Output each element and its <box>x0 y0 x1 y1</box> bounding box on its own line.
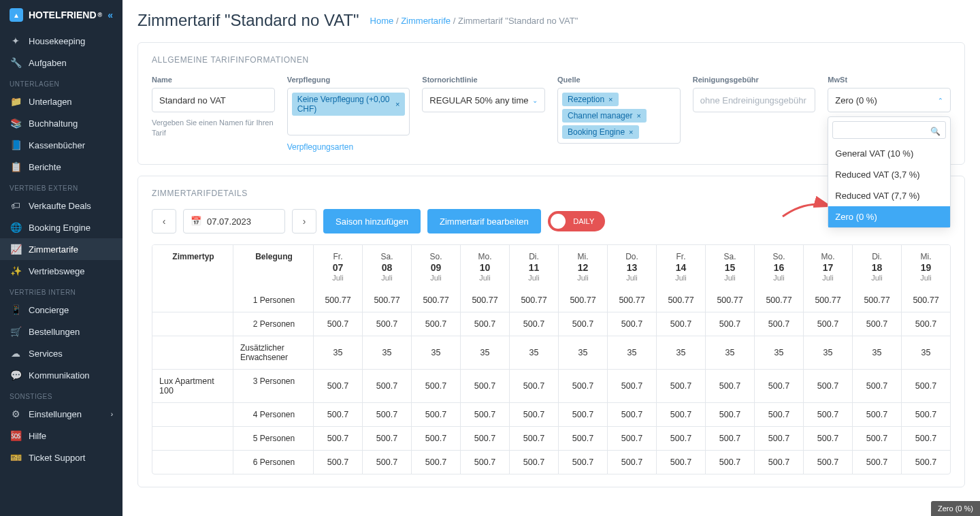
source-tag[interactable]: Rezeption× <box>562 93 618 106</box>
cell-price[interactable]: 500.7 <box>509 312 558 336</box>
cell-price[interactable]: 500.7 <box>852 370 901 402</box>
cell-price[interactable]: 500.77 <box>411 289 460 312</box>
cell-price[interactable]: 35 <box>705 336 754 369</box>
cell-price[interactable]: 35 <box>607 336 656 369</box>
source-tagbox[interactable]: Rezeption×Channel manager×Booking Engine… <box>557 88 681 144</box>
cell-price[interactable]: 500.7 <box>558 451 607 474</box>
cell-price[interactable]: 500.77 <box>362 289 411 312</box>
sidebar-item[interactable]: 🛒Bestellungen <box>0 321 122 342</box>
cell-price[interactable]: 500.7 <box>656 403 705 426</box>
cell-price[interactable]: 500.7 <box>705 370 754 402</box>
cell-price[interactable]: 500.7 <box>411 403 460 426</box>
close-icon[interactable]: × <box>636 112 640 120</box>
source-tag[interactable]: Channel manager× <box>562 109 647 123</box>
cell-price[interactable]: 35 <box>313 336 362 369</box>
cell-price[interactable]: 500.7 <box>362 427 411 450</box>
cell-price[interactable]: 500.7 <box>313 312 362 336</box>
cell-price[interactable]: 500.7 <box>803 451 852 474</box>
cell-price[interactable]: 500.7 <box>509 427 558 450</box>
cell-price[interactable]: 500.7 <box>509 403 558 426</box>
cell-price[interactable]: 500.7 <box>754 427 803 450</box>
cell-price[interactable]: 35 <box>901 336 950 369</box>
cell-price[interactable]: 500.7 <box>558 403 607 426</box>
cell-price[interactable]: 35 <box>754 336 803 369</box>
cell-price[interactable]: 500.7 <box>558 427 607 450</box>
cell-price[interactable]: 500.7 <box>411 427 460 450</box>
sidebar-item[interactable]: 📁Unterlagen <box>0 91 122 112</box>
cell-price[interactable]: 35 <box>558 336 607 369</box>
cell-price[interactable]: 35 <box>656 336 705 369</box>
cell-price[interactable]: 500.7 <box>852 403 901 426</box>
input-name[interactable] <box>152 88 275 112</box>
cell-price[interactable]: 500.7 <box>705 403 754 426</box>
cell-price[interactable]: 35 <box>803 336 852 369</box>
cell-price[interactable]: 500.7 <box>803 370 852 402</box>
cell-price[interactable]: 500.7 <box>509 451 558 474</box>
cell-price[interactable]: 500.7 <box>509 370 558 402</box>
cell-price[interactable]: 500.77 <box>656 289 705 312</box>
close-icon[interactable]: × <box>395 100 399 108</box>
close-icon[interactable]: × <box>608 95 612 103</box>
cell-price[interactable]: 500.7 <box>901 370 950 402</box>
cell-price[interactable]: 500.7 <box>313 427 362 450</box>
cell-price[interactable]: 35 <box>852 336 901 369</box>
next-button[interactable]: › <box>292 209 316 233</box>
cell-price[interactable]: 500.7 <box>558 312 607 336</box>
sidebar-item[interactable]: ✨Vertriebswege <box>0 260 122 282</box>
cell-price[interactable]: 500.7 <box>460 427 509 450</box>
sidebar-item[interactable]: 📋Berichte <box>0 156 122 178</box>
cell-price[interactable]: 500.7 <box>803 427 852 450</box>
cell-price[interactable]: 500.7 <box>656 370 705 402</box>
cell-price[interactable]: 500.77 <box>803 289 852 312</box>
cell-price[interactable]: 500.7 <box>852 312 901 336</box>
sidebar-item[interactable]: 📈Zimmertarife <box>0 238 122 260</box>
sidebar-item[interactable]: 📘Kassenbücher <box>0 134 122 156</box>
cell-price[interactable]: 500.7 <box>313 403 362 426</box>
cell-price[interactable]: 500.7 <box>460 403 509 426</box>
daily-toggle[interactable]: DAILY <box>548 211 605 231</box>
cell-price[interactable]: 500.7 <box>313 451 362 474</box>
breadcrumb-l1[interactable]: Zimmertarife <box>401 16 451 26</box>
cell-price[interactable]: 500.7 <box>362 312 411 336</box>
cell-price[interactable]: 500.77 <box>705 289 754 312</box>
cell-price[interactable]: 500.77 <box>607 289 656 312</box>
cell-price[interactable]: 500.7 <box>705 312 754 336</box>
sidebar-item[interactable]: 📚Buchhaltung <box>0 112 122 134</box>
cell-price[interactable]: 500.7 <box>852 451 901 474</box>
cell-price[interactable]: 500.77 <box>901 289 950 312</box>
cell-price[interactable]: 35 <box>509 336 558 369</box>
cell-price[interactable]: 500.7 <box>411 451 460 474</box>
cell-price[interactable]: 500.7 <box>607 403 656 426</box>
add-season-button[interactable]: Saison hinzufügen <box>323 209 421 233</box>
edit-rate-button[interactable]: Zimmertarif bearbeiten <box>427 209 541 233</box>
cell-price[interactable]: 500.77 <box>460 289 509 312</box>
cell-price[interactable]: 500.7 <box>411 370 460 402</box>
close-icon[interactable]: × <box>629 128 633 136</box>
cell-price[interactable]: 500.7 <box>656 312 705 336</box>
cell-price[interactable]: 500.7 <box>803 312 852 336</box>
cell-price[interactable]: 35 <box>460 336 509 369</box>
date-input[interactable]: 📅 07.07.2023 <box>183 209 285 233</box>
sidebar-item[interactable]: 📱Concierge <box>0 299 122 321</box>
cell-price[interactable]: 500.7 <box>705 451 754 474</box>
cell-price[interactable]: 500.7 <box>656 427 705 450</box>
sidebar-item[interactable]: 🏷Verkaufte Deals <box>0 195 122 216</box>
cell-price[interactable]: 500.7 <box>852 427 901 450</box>
cell-price[interactable]: 500.7 <box>607 370 656 402</box>
sidebar-item[interactable]: ✦Housekeeping <box>0 30 122 52</box>
cell-price[interactable]: 500.7 <box>313 370 362 402</box>
cell-price[interactable]: 500.7 <box>362 451 411 474</box>
sidebar-item[interactable]: 🎫Ticket Support <box>0 447 122 468</box>
cell-price[interactable]: 500.7 <box>607 427 656 450</box>
cell-price[interactable]: 500.7 <box>754 312 803 336</box>
meal-tagbox[interactable]: Keine Verpflegung (+0,00 CHF)× <box>287 88 410 135</box>
sidebar-item[interactable]: 🔧Aufgaben <box>0 52 122 74</box>
cell-price[interactable]: 500.77 <box>558 289 607 312</box>
vat-option[interactable]: Zero (0 %) <box>828 206 950 227</box>
select-cancel[interactable]: REGULAR 50% any time ⌄ <box>422 88 545 112</box>
cell-price[interactable]: 500.7 <box>607 451 656 474</box>
sidebar-item[interactable]: 💬Kommunikation <box>0 364 122 386</box>
cell-price[interactable]: 500.7 <box>754 403 803 426</box>
sidebar-item[interactable]: 🆘Hilfe <box>0 425 122 447</box>
collapse-icon[interactable]: « <box>108 10 113 20</box>
